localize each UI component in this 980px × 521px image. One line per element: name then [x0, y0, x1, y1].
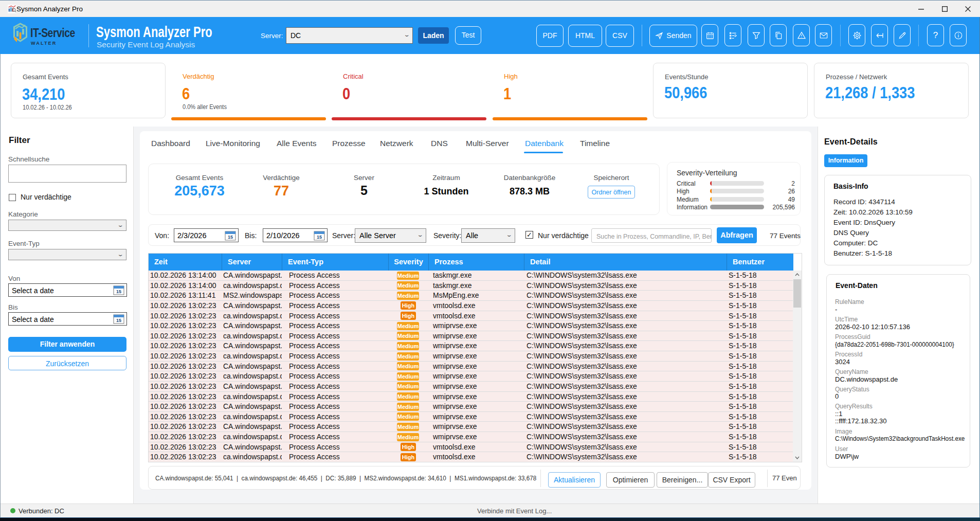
svg-text:15: 15	[228, 235, 233, 240]
svg-text:15: 15	[116, 289, 121, 294]
svg-text:15: 15	[116, 318, 121, 323]
svg-text:15: 15	[317, 235, 322, 240]
